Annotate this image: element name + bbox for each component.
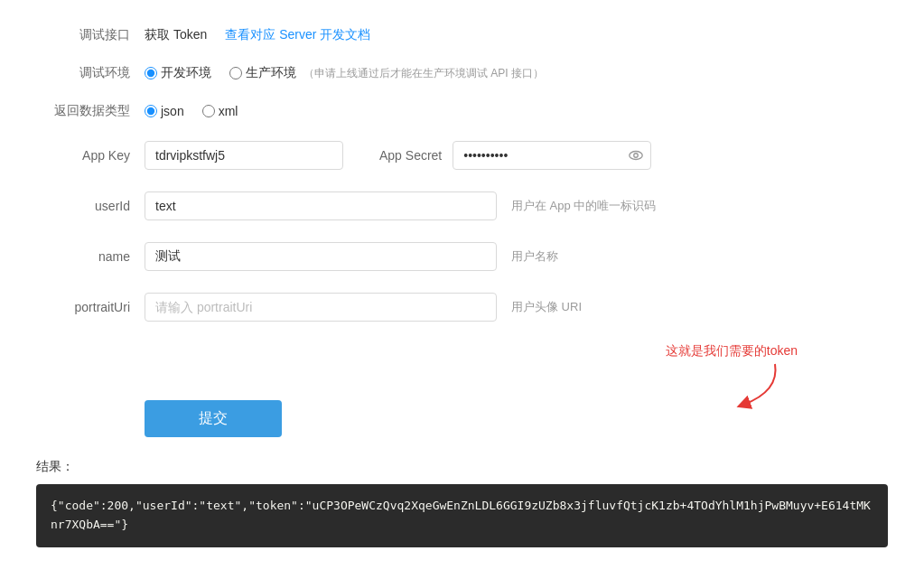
name-hint: 用户名称 — [511, 248, 558, 265]
dev-env-radio-item[interactable]: 开发环境 — [145, 65, 211, 81]
name-row: name 用户名称 — [36, 242, 888, 271]
view-server-docs-link[interactable]: 查看对应 Server 开发文档 — [225, 27, 370, 43]
portrait-uri-row: portraitUri 用户头像 URI — [36, 293, 888, 322]
portrait-uri-hint: 用户头像 URI — [511, 299, 582, 315]
prod-env-radio[interactable] — [229, 67, 242, 79]
app-key-label: App Key — [36, 148, 145, 163]
user-id-hint: 用户在 App 中的唯一标识码 — [511, 198, 656, 214]
json-radio-item[interactable]: json — [145, 104, 184, 118]
debug-env-row: 调试环境 开发环境 生产环境 （申请上线通过后才能在生产环境调试 API 接口） — [36, 65, 888, 81]
data-type-radio-group: json xml — [145, 104, 238, 118]
app-secret-wrapper — [453, 141, 651, 170]
debug-env-label: 调试环境 — [36, 65, 145, 81]
app-secret-label: App Secret — [379, 148, 442, 163]
return-data-type-label: 返回数据类型 — [36, 103, 145, 119]
svg-point-0 — [630, 152, 642, 160]
arrow-svg — [716, 360, 789, 409]
portrait-uri-input[interactable] — [145, 293, 497, 322]
dev-env-label: 开发环境 — [161, 65, 211, 81]
prod-env-label: 生产环境 — [246, 65, 296, 81]
result-box: {"code":200,"userId":"text","token":"uCP… — [36, 484, 888, 547]
app-secret-input[interactable] — [453, 141, 651, 170]
name-label: name — [36, 249, 145, 264]
get-token-title: 获取 Token — [145, 27, 207, 43]
debug-interface-label: 调试接口 — [36, 27, 145, 43]
prod-env-radio-item[interactable]: 生产环境 （申请上线通过后才能在生产环境调试 API 接口） — [229, 65, 544, 81]
user-id-input[interactable] — [145, 191, 497, 220]
xml-label: xml — [219, 104, 238, 118]
prod-env-note: （申请上线通过后才能在生产环境调试 API 接口） — [303, 66, 544, 81]
result-section: 结果： {"code":200,"userId":"text","token":… — [36, 459, 888, 547]
toggle-secret-btn[interactable] — [628, 147, 644, 163]
debug-interface-row: 调试接口 获取 Token 查看对应 Server 开发文档 — [36, 27, 888, 43]
json-radio[interactable] — [145, 105, 157, 117]
app-key-row: App Key App Secret — [36, 141, 888, 170]
dev-env-radio[interactable] — [145, 67, 157, 79]
name-input[interactable] — [145, 242, 497, 271]
xml-radio[interactable] — [202, 105, 215, 117]
return-data-type-row: 返回数据类型 json xml — [36, 103, 888, 119]
user-id-row: userId 用户在 App 中的唯一标识码 — [36, 191, 888, 220]
xml-radio-item[interactable]: xml — [202, 104, 238, 118]
env-radio-group: 开发环境 生产环境 （申请上线通过后才能在生产环境调试 API 接口） — [145, 65, 544, 81]
app-key-input[interactable] — [145, 141, 343, 170]
annotation-text: 这就是我们需要的token — [666, 343, 798, 360]
result-label: 结果： — [36, 459, 888, 475]
json-label: json — [161, 104, 184, 118]
svg-point-1 — [634, 154, 639, 158]
user-id-label: userId — [36, 199, 145, 213]
portrait-uri-label: portraitUri — [36, 300, 145, 314]
eye-icon — [628, 147, 644, 163]
